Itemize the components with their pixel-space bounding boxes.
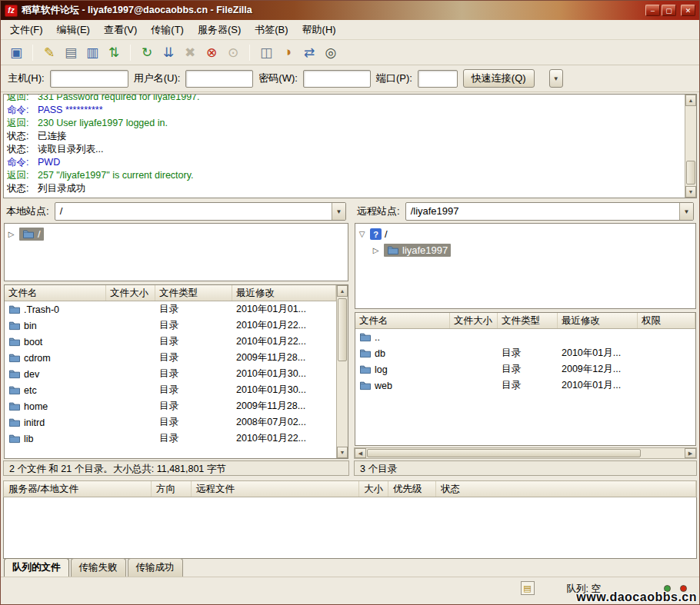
file-row[interactable]: boot 目录 2010年01月22... <box>5 334 336 350</box>
local-file-list: 文件名文件大小文件类型最近修改 .Trash-0 <box>4 284 348 459</box>
local-site-value[interactable]: / <box>55 203 332 220</box>
scroll-up-button[interactable] <box>337 285 348 297</box>
file-row[interactable]: lib 目录 2010年01月22... <box>5 430 336 447</box>
expander-icon[interactable] <box>6 230 16 238</box>
local-list-header[interactable]: 文件名文件大小文件类型最近修改 <box>5 285 336 301</box>
queue-header[interactable]: 服务器/本地文件方向远程文件大小优先级状态 <box>3 480 697 497</box>
find-files-icon[interactable]: ◎ <box>321 42 341 62</box>
file-row[interactable]: web 目录 2010年01月... <box>355 377 695 394</box>
minimize-button[interactable]: – <box>645 5 660 16</box>
scroll-thumb[interactable] <box>338 298 347 361</box>
port-input[interactable] <box>418 70 458 88</box>
file-row[interactable]: .. <box>355 329 695 345</box>
file-row[interactable]: dev 目录 2010年01月30... <box>5 366 336 382</box>
log-line: 命令:PASS ********** <box>7 104 682 117</box>
local-site-combo[interactable]: / <box>55 202 346 221</box>
remote-tree-selection[interactable]: liyafe1997 <box>384 244 451 257</box>
toggle-message-log-icon[interactable]: ✎ <box>39 42 59 62</box>
refresh-icon[interactable]: ↻ <box>137 42 157 62</box>
quickconnect-dropdown-icon[interactable] <box>549 69 563 88</box>
column-header[interactable]: 大小 <box>359 481 388 497</box>
menu-bookmarks[interactable]: 书签(B) <box>248 21 295 39</box>
scroll-up-button[interactable] <box>685 95 696 106</box>
menu-help[interactable]: 帮助(H) <box>295 21 343 39</box>
column-header[interactable]: 状态 <box>436 481 696 497</box>
quickconnect-button[interactable]: 快速连接(Q) <box>463 69 535 88</box>
expander-icon[interactable] <box>357 230 367 238</box>
local-tree[interactable]: / <box>4 223 348 281</box>
remote-tree-root[interactable]: / <box>357 226 694 242</box>
column-header[interactable]: 文件大小 <box>450 313 498 328</box>
scroll-track <box>337 297 348 447</box>
title-bar: fz 稻草软件论坛 - liyafe1997@daocaobbs.cn - Fi… <box>1 1 699 20</box>
process-queue-icon[interactable]: ⇊ <box>158 42 178 62</box>
column-header[interactable]: 权限 <box>638 313 695 328</box>
column-header[interactable]: 服务器/本地文件 <box>4 481 152 497</box>
maximize-button[interactable]: ▢ <box>662 5 676 16</box>
menu-file[interactable]: 文件(F) <box>3 21 50 39</box>
column-header[interactable]: 文件名 <box>355 313 450 328</box>
synchronized-browsing-icon[interactable]: ⇄ <box>299 42 319 62</box>
column-header[interactable]: 优先级 <box>388 481 436 497</box>
reconnect-icon[interactable]: ⊙ <box>223 42 243 62</box>
remote-site-value[interactable]: /liyafe1997 <box>406 203 679 220</box>
menu-transfer[interactable]: 传输(T) <box>144 21 191 39</box>
password-input[interactable] <box>303 70 371 88</box>
menu-server[interactable]: 服务器(S) <box>191 21 248 39</box>
remote-list-hscrollbar[interactable] <box>354 447 697 459</box>
scroll-down-button[interactable] <box>337 447 348 458</box>
remote-tree-node[interactable]: liyafe1997 <box>357 242 694 258</box>
log-scrollbar[interactable] <box>685 95 696 198</box>
column-header[interactable]: 最近修改 <box>232 285 336 301</box>
menu-edit[interactable]: 编辑(E) <box>50 21 97 39</box>
toggle-remote-tree-icon[interactable]: ▥ <box>82 42 102 62</box>
toggle-queue-icon[interactable]: ⇅ <box>104 42 124 62</box>
file-row[interactable]: db 目录 2010年01月... <box>355 345 695 361</box>
menu-view[interactable]: 查看(V) <box>97 21 144 39</box>
column-header[interactable]: 方向 <box>152 481 192 497</box>
local-tree-root-selection[interactable]: / <box>19 228 44 241</box>
file-row[interactable]: initrd 目录 2008年07月02... <box>5 414 336 430</box>
close-button[interactable]: ✕ <box>681 5 695 16</box>
column-header[interactable]: 文件名 <box>5 285 106 301</box>
file-row[interactable]: home 目录 2009年11月28... <box>5 398 336 414</box>
tab-queued-files[interactable]: 队列的文件 <box>4 558 69 577</box>
host-input[interactable] <box>50 70 128 88</box>
chevron-down-icon[interactable] <box>679 203 693 220</box>
expander-icon[interactable] <box>371 246 381 254</box>
site-manager-icon[interactable]: ▣ <box>6 42 26 62</box>
column-header[interactable]: 远程文件 <box>192 481 359 497</box>
directory-comparison-icon[interactable]: ◑ <box>278 42 298 62</box>
quickconnect-bar: 主机(H): 用户名(U): 密码(W): 端口(P): 快速连接(Q) <box>1 65 699 92</box>
tab-successful-transfers[interactable]: 传输成功 <box>128 558 183 577</box>
file-row[interactable]: log 目录 2009年12月... <box>355 361 695 377</box>
column-header[interactable]: 最近修改 <box>558 313 638 328</box>
file-row[interactable]: etc 目录 2010年01月30... <box>5 382 336 398</box>
scroll-down-button[interactable] <box>685 186 696 198</box>
transfer-queue-list[interactable] <box>3 497 697 559</box>
column-header[interactable]: 文件大小 <box>106 285 155 301</box>
username-input[interactable] <box>185 70 253 88</box>
file-row[interactable]: bin 目录 2010年01月22... <box>5 317 336 334</box>
remote-tree[interactable]: / liyafe1997 <box>355 223 696 309</box>
cancel-operation-icon[interactable]: ✖ <box>180 42 200 62</box>
chevron-down-icon[interactable] <box>332 203 345 220</box>
disconnect-icon[interactable]: ⊗ <box>202 42 222 62</box>
scroll-right-button[interactable] <box>685 448 696 458</box>
local-tree-root[interactable]: / <box>6 226 346 242</box>
local-list-scrollbar[interactable] <box>336 285 348 458</box>
column-header[interactable]: 文件类型 <box>498 313 558 328</box>
file-row[interactable]: cdrom 目录 2009年11月28... <box>5 350 336 366</box>
remote-site-combo[interactable]: /liyafe1997 <box>405 202 694 221</box>
scroll-thumb[interactable] <box>367 449 641 457</box>
scroll-left-button[interactable] <box>355 448 366 458</box>
column-header[interactable]: 文件类型 <box>155 285 232 301</box>
toggle-local-tree-icon[interactable]: ▤ <box>61 42 81 62</box>
scroll-thumb[interactable] <box>686 161 695 184</box>
file-row[interactable]: .Trash-0 目录 2010年01月01... <box>5 301 336 317</box>
remote-list-header[interactable]: 文件名文件大小文件类型最近修改权限 <box>355 313 695 329</box>
log-notification-icon[interactable]: ▤ <box>521 581 535 595</box>
file-name: .Trash-0 <box>24 304 59 315</box>
tab-failed-transfers[interactable]: 传输失败 <box>71 558 126 577</box>
filter-icon[interactable]: ◫ <box>256 42 276 62</box>
